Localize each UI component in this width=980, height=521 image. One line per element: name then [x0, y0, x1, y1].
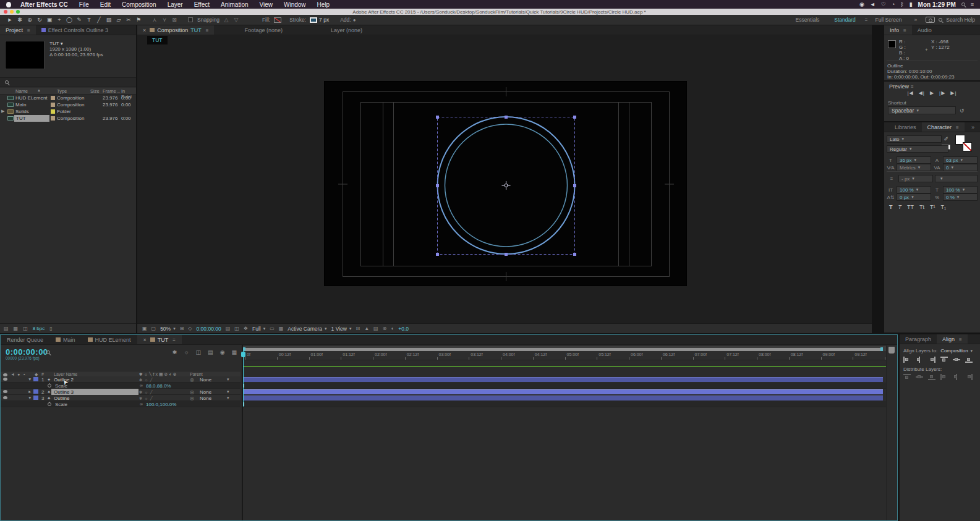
timeline-tab-main[interactable]: Main: [49, 335, 82, 344]
live-update-icon[interactable]: ✱: [173, 349, 177, 355]
next-frame-button[interactable]: |▶: [939, 90, 945, 96]
pixel-aspect-icon[interactable]: ⊡: [356, 326, 360, 331]
tab-align[interactable]: Align: [937, 334, 968, 344]
panel-menu-icon[interactable]: [909, 83, 914, 90]
tab-composition[interactable]: × Composition TUT: [137, 25, 214, 35]
align-center-vertical-icon[interactable]: [953, 357, 960, 363]
shortcut-select[interactable]: Spacebar: [888, 106, 956, 114]
brush-tool[interactable]: ╱: [94, 17, 104, 23]
text-stroke-swatch[interactable]: [963, 142, 972, 151]
project-search-field[interactable]: [0, 77, 136, 87]
label-swatch[interactable]: [51, 109, 55, 114]
zoom-window-button[interactable]: [16, 10, 20, 14]
superscript-button[interactable]: T¹: [930, 204, 935, 210]
layer-switches[interactable]: ✱☼╱: [139, 396, 154, 401]
pen-tool[interactable]: ✎: [74, 17, 84, 23]
toolbar-extra-icon-2[interactable]: ⋎: [160, 17, 169, 23]
property-row[interactable]: Scale∞100.0,100.0%: [1, 401, 241, 407]
tsume-select[interactable]: 0 %: [943, 193, 978, 201]
panel-menu-icon[interactable]: [954, 124, 959, 130]
creative-cloud-icon[interactable]: ◉: [859, 1, 864, 7]
current-time-display[interactable]: 0:00:00:00: [6, 347, 48, 357]
constrain-proportions-icon[interactable]: ∞: [140, 383, 143, 388]
align-left-icon[interactable]: [903, 357, 911, 363]
project-list-header[interactable]: Name ▲ Type Size Frame .. In Point: [0, 88, 136, 95]
align-to-select[interactable]: Composition: [940, 348, 973, 354]
stroke-width-select[interactable]: - px: [898, 175, 933, 182]
new-folder-icon[interactable]: ▦: [14, 326, 19, 331]
layer-duration-bar[interactable]: [243, 396, 883, 400]
chevron-down-icon[interactable]: ▾: [227, 377, 229, 382]
type-tool[interactable]: T: [84, 17, 94, 23]
project-row[interactable]: ▶SolidsFolder: [0, 108, 136, 115]
fill-stroke-swatches[interactable]: [955, 135, 976, 153]
project-row[interactable]: TUTComposition23.9760:00: [0, 115, 136, 122]
menu-file[interactable]: File: [74, 1, 95, 8]
parent-select[interactable]: None: [200, 396, 211, 401]
toolbar-extra-icon-3[interactable]: ⊠: [169, 17, 179, 23]
distribute-right-icon[interactable]: [965, 374, 973, 380]
small-caps-button[interactable]: Tt: [919, 204, 924, 210]
tab-audio[interactable]: Audio: [912, 25, 937, 35]
layer-duration-bar[interactable]: [243, 377, 883, 382]
transparency-grid-icon[interactable]: ▦: [279, 326, 284, 331]
shape-tool[interactable]: ◯: [64, 17, 74, 23]
composition-canvas[interactable]: [324, 81, 687, 286]
first-frame-button[interactable]: |◀: [907, 90, 913, 96]
bluetooth-icon[interactable]: ᛒ: [900, 1, 903, 7]
menu-composition[interactable]: Composition: [116, 1, 162, 8]
timeline-tab-render-queue[interactable]: Render Queue: [1, 335, 49, 344]
twirl-toggle[interactable]: ►: [28, 389, 32, 394]
stroke-swatch[interactable]: [310, 17, 317, 23]
tab-character[interactable]: Character: [922, 122, 965, 132]
tab-effect-controls[interactable]: Effect Controls Outline 3: [36, 25, 114, 35]
property-row[interactable]: Scale∞88.0,88.0%: [1, 383, 241, 389]
magnification-select[interactable]: 50%: [160, 326, 176, 332]
layer-row[interactable]: ►2✦Outline 3✱☼╱◎None▾: [1, 389, 241, 395]
chevron-down-icon[interactable]: ▾: [227, 389, 229, 394]
minimize-window-button[interactable]: [10, 10, 14, 14]
twirl-toggle[interactable]: ▼: [28, 396, 32, 400]
clone-stamp-tool[interactable]: ▧: [104, 17, 114, 23]
property-value[interactable]: 100.0,100.0%: [146, 402, 176, 407]
reset-icon[interactable]: ↺: [960, 108, 965, 114]
project-item-name[interactable]: Main: [15, 102, 26, 108]
roto-brush-tool[interactable]: ✂: [124, 17, 134, 23]
project-item-name[interactable]: TUT: [14, 115, 49, 122]
workspace-more-icon[interactable]: »: [914, 17, 917, 23]
region-of-interest-icon[interactable]: ▭: [270, 326, 275, 331]
tab-layer[interactable]: Layer (none): [325, 25, 368, 35]
time-ruler[interactable]: 0f00:12f01:00f01:12f02:00f02:12f03:00f03…: [243, 351, 886, 360]
resolution-select[interactable]: Full: [252, 326, 265, 332]
panel-menu-icon[interactable]: [25, 27, 30, 33]
tab-footage[interactable]: Footage (none): [239, 25, 288, 35]
snapping-option-icon-1[interactable]: △: [221, 17, 231, 23]
delete-icon[interactable]: ▯: [49, 326, 52, 331]
last-frame-button[interactable]: ▶|: [950, 90, 957, 96]
camera-select[interactable]: Active Camera: [288, 326, 326, 332]
workspace-essentials[interactable]: Essentials: [788, 17, 827, 23]
align-right-icon[interactable]: [928, 357, 935, 363]
mask-visibility-icon[interactable]: ◇: [188, 326, 192, 331]
always-preview-icon[interactable]: ▣: [142, 326, 147, 331]
interpret-footage-icon[interactable]: ▤: [4, 326, 9, 331]
constrain-proportions-icon[interactable]: ∞: [140, 402, 143, 406]
label-swatch[interactable]: [51, 103, 55, 107]
notification-center-icon[interactable]: ≡: [971, 1, 974, 7]
kerning-select[interactable]: Metrics: [897, 164, 931, 171]
workspace-full-screen[interactable]: Full Screen: [867, 17, 909, 23]
timeline-tab-hud-element[interactable]: HUD ELement: [82, 335, 137, 344]
layer-name[interactable]: Outline: [54, 396, 69, 401]
motion-blur-icon[interactable]: ◉: [220, 349, 225, 355]
take-snapshot-icon[interactable]: ▤: [226, 326, 231, 331]
puppet-pin-tool[interactable]: ⚑: [134, 17, 143, 23]
fast-preview-icon[interactable]: ▲: [364, 326, 369, 331]
snapping-option-icon-2[interactable]: ▽: [231, 17, 241, 23]
chevron-down-icon[interactable]: ▾: [227, 396, 229, 400]
layer-name[interactable]: Outline 3: [51, 389, 138, 395]
show-snapshot-icon[interactable]: ◫: [234, 326, 239, 331]
play-button[interactable]: ▶: [930, 90, 934, 96]
main-view-icon[interactable]: ▢: [151, 326, 156, 331]
menu-help[interactable]: Help: [312, 1, 336, 8]
panel-menu-icon[interactable]: [901, 27, 906, 33]
